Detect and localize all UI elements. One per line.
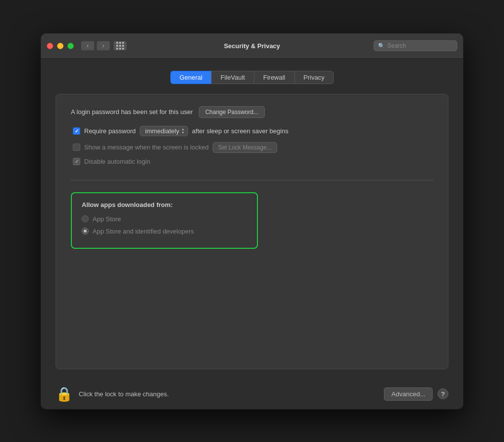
show-message-label: Show a message when the screen is locked	[84, 144, 209, 151]
dropdown-arrows-icon: ▲ ▼	[181, 127, 185, 134]
search-input[interactable]	[387, 42, 453, 49]
search-box[interactable]: 🔍	[374, 40, 457, 51]
tab-general[interactable]: General	[170, 71, 211, 84]
forward-button[interactable]: ›	[96, 41, 110, 51]
require-password-checkbox[interactable]: ✓	[73, 127, 80, 135]
tab-filevault[interactable]: FileVault	[211, 71, 254, 84]
content-area: General FileVault Firewall Privacy A log…	[41, 59, 463, 379]
change-password-button[interactable]: Change Password...	[199, 106, 265, 118]
disable-autologin-checkbox[interactable]: ✓	[73, 158, 80, 165]
minimize-button[interactable]	[57, 43, 63, 49]
maximize-button[interactable]	[67, 43, 74, 49]
lock-icon[interactable]: 🔒	[56, 386, 73, 402]
advanced-button[interactable]: Advanced...	[384, 387, 433, 401]
lock-text: Click the lock to make changes.	[79, 390, 169, 398]
bottom-right-actions: Advanced... ?	[384, 387, 448, 401]
back-button[interactable]: ‹	[81, 41, 94, 51]
disable-autologin-label: Disable automatic login	[84, 158, 150, 165]
login-password-row: A login password has been set for this u…	[71, 106, 433, 118]
app-store-radio-row: App Store	[82, 215, 247, 223]
disable-autologin-row: ✓ Disable automatic login	[73, 158, 433, 165]
app-store-identified-label: App Store and identified developers	[93, 228, 194, 235]
allow-apps-section: Allow apps downloaded from: App Store Ap…	[71, 192, 258, 249]
titlebar: ‹ › Security & Privacy 🔍	[41, 33, 463, 59]
immediately-dropdown[interactable]: immediately ▲ ▼	[140, 126, 188, 136]
checkmark-gray-icon: ✓	[75, 159, 79, 164]
immediately-value: immediately	[145, 127, 179, 135]
show-message-row: Show a message when the screen is locked…	[73, 142, 433, 153]
grid-button[interactable]	[113, 41, 127, 51]
tab-privacy[interactable]: Privacy	[294, 71, 334, 84]
tab-bar: General FileVault Firewall Privacy	[56, 71, 448, 84]
after-sleep-text: after sleep or screen saver begins	[192, 127, 288, 135]
allow-apps-title: Allow apps downloaded from:	[82, 201, 247, 208]
checkmark-icon: ✓	[75, 128, 79, 134]
help-button[interactable]: ?	[438, 388, 448, 399]
bottom-bar: 🔒 Click the lock to make changes. Advanc…	[41, 379, 463, 409]
show-message-checkbox[interactable]	[73, 144, 80, 151]
search-icon: 🔍	[378, 43, 385, 49]
require-password-row: ✓ Require password immediately ▲ ▼ after…	[73, 126, 433, 136]
tab-firewall[interactable]: Firewall	[254, 71, 294, 84]
settings-panel: A login password has been set for this u…	[56, 94, 448, 369]
set-lock-message-button[interactable]: Set Lock Message...	[213, 142, 277, 153]
nav-buttons: ‹ ›	[81, 41, 110, 51]
login-password-text: A login password has been set for this u…	[71, 108, 193, 116]
app-store-identified-radio[interactable]	[82, 228, 89, 235]
app-store-radio[interactable]	[82, 215, 89, 222]
app-store-label: App Store	[93, 215, 121, 223]
window-title: Security & Privacy	[224, 42, 280, 50]
traffic-lights	[47, 43, 74, 49]
close-button[interactable]	[47, 43, 53, 49]
divider	[71, 180, 433, 180]
require-password-label: Require password	[84, 127, 136, 135]
app-store-identified-radio-row: App Store and identified developers	[82, 228, 247, 235]
main-window: ‹ › Security & Privacy 🔍 General FileVau…	[40, 33, 464, 410]
